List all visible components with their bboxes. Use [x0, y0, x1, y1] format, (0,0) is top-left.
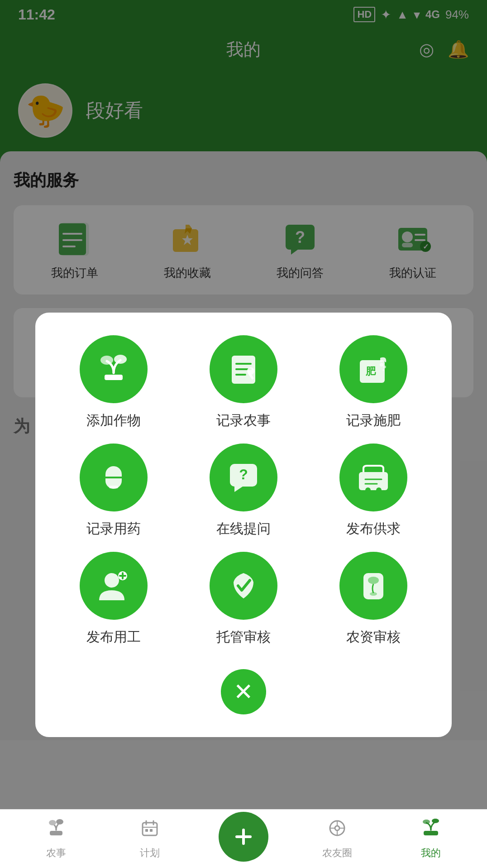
- online-ask-icon: ?: [210, 444, 277, 511]
- add-crop-icon: [80, 335, 148, 403]
- modal-online-ask[interactable]: ? 在线提问: [183, 444, 304, 538]
- agri-review-label: 农资审核: [346, 628, 401, 646]
- bottom-nav: 农事 计划: [0, 809, 487, 868]
- modal-publish-employ[interactable]: 发布用工: [53, 552, 174, 646]
- farming-nav-icon: [46, 818, 66, 843]
- svg-text:肥: 肥: [365, 366, 376, 377]
- record-medicine-label: 记录用药: [86, 520, 141, 538]
- nav-add[interactable]: [196, 812, 290, 866]
- modal-grid: 添加作物 记录农事: [53, 335, 434, 646]
- modal-record-medicine[interactable]: 记录用药: [53, 444, 174, 538]
- custody-review-icon: [210, 552, 277, 620]
- svg-rect-68: [150, 829, 153, 832]
- svg-point-30: [100, 356, 113, 365]
- record-fertilize-label: 记录施肥: [346, 411, 401, 430]
- nav-plan-label: 计划: [140, 846, 160, 860]
- svg-point-29: [114, 355, 127, 364]
- publish-supply-icon: [339, 444, 407, 511]
- publish-employ-label: 发布用工: [86, 628, 141, 646]
- nav-add-button[interactable]: [219, 812, 268, 862]
- svg-point-79: [423, 820, 430, 824]
- online-ask-label: 在线提问: [216, 520, 271, 538]
- record-farm-icon: [210, 335, 277, 403]
- plan-nav-icon: [140, 818, 160, 843]
- nav-mine-label: 我的: [421, 846, 441, 860]
- svg-point-40: [383, 366, 386, 368]
- nav-mine[interactable]: 我的: [384, 818, 478, 860]
- svg-point-36: [247, 367, 254, 375]
- modal-overlay[interactable]: 添加作物 记录农事: [0, 0, 487, 868]
- svg-point-50: [376, 487, 382, 493]
- nav-farming[interactable]: 农事: [9, 818, 103, 860]
- svg-text:?: ?: [239, 466, 248, 482]
- svg-point-39: [380, 363, 383, 366]
- modal-record-farm[interactable]: 记录农事: [183, 335, 304, 430]
- action-modal: 添加作物 记录农事: [35, 313, 452, 737]
- svg-marker-46: [234, 487, 243, 492]
- agri-review-icon: [339, 552, 407, 620]
- svg-point-59: [370, 592, 377, 596]
- mine-nav-icon: [421, 818, 441, 843]
- modal-publish-supply[interactable]: 发布供求: [313, 444, 434, 538]
- record-farm-label: 记录农事: [216, 411, 271, 430]
- nav-farming-label: 农事: [46, 846, 66, 860]
- svg-rect-60: [50, 831, 62, 835]
- publish-supply-label: 发布供求: [346, 520, 401, 538]
- svg-point-72: [335, 826, 339, 830]
- record-fertilize-icon: 肥: [339, 335, 407, 403]
- nav-community[interactable]: 农友圈: [291, 818, 384, 860]
- svg-rect-63: [143, 823, 157, 835]
- modal-close-button[interactable]: ✕: [221, 669, 266, 714]
- svg-rect-48: [359, 472, 388, 490]
- svg-rect-67: [145, 829, 148, 832]
- svg-point-49: [365, 487, 371, 493]
- custody-review-label: 托管审核: [216, 628, 271, 646]
- modal-agri-review[interactable]: 农资审核: [313, 552, 434, 646]
- modal-custody-review[interactable]: 托管审核: [183, 552, 304, 646]
- community-nav-icon: [327, 818, 347, 843]
- modal-record-fertilize[interactable]: 肥 记录施肥: [313, 335, 434, 430]
- svg-rect-28: [105, 375, 123, 380]
- nav-community-label: 农友圈: [322, 846, 352, 860]
- publish-employ-icon: [80, 552, 148, 620]
- record-medicine-icon: [80, 444, 148, 511]
- svg-point-78: [432, 819, 439, 823]
- svg-point-58: [368, 577, 379, 584]
- svg-point-53: [105, 573, 119, 588]
- svg-rect-77: [424, 831, 438, 835]
- nav-plan[interactable]: 计划: [103, 818, 196, 860]
- svg-rect-44: [109, 486, 118, 488]
- add-crop-label: 添加作物: [86, 411, 141, 430]
- svg-point-61: [56, 819, 63, 825]
- svg-point-41: [382, 369, 384, 371]
- svg-point-62: [49, 820, 56, 825]
- modal-add-crop[interactable]: 添加作物: [53, 335, 174, 430]
